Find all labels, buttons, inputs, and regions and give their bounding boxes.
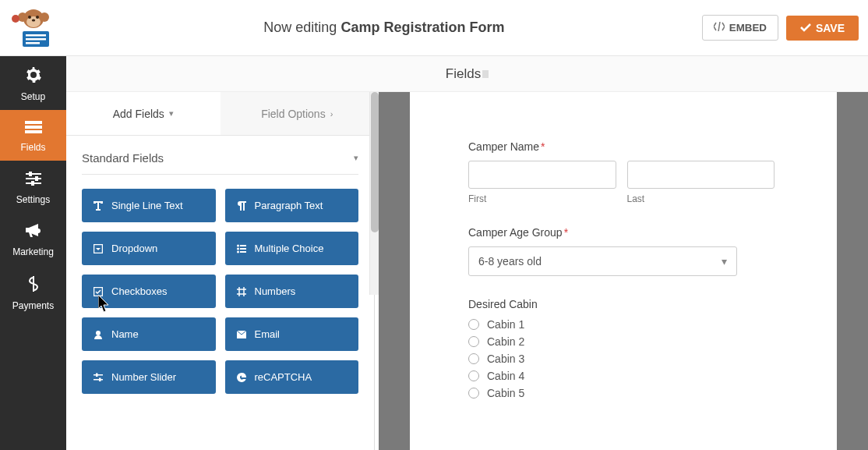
fields-strip-marker <box>482 70 489 78</box>
gear-icon <box>26 67 41 87</box>
sidenav-item-setup[interactable]: Setup <box>0 56 66 110</box>
svg-rect-34 <box>99 377 101 381</box>
embed-button[interactable]: EMBED <box>702 15 778 41</box>
field-checkboxes[interactable]: Checkboxes <box>82 275 216 308</box>
code-icon <box>714 22 725 34</box>
svg-rect-20 <box>31 181 34 186</box>
embed-label: EMBED <box>729 22 767 34</box>
sidenav-item-settings[interactable]: Settings <box>0 161 66 213</box>
field-paragraph-text[interactable]: Paragraph Text <box>225 189 359 222</box>
chevron-down-icon: ▾ <box>169 108 174 119</box>
svg-rect-12 <box>25 121 42 124</box>
field-number-slider[interactable]: Number Slider <box>82 360 216 394</box>
sliders-icon <box>26 172 41 190</box>
sliders-icon <box>93 373 104 382</box>
list-icon <box>25 121 42 137</box>
field-grid: Single Line Text Paragraph Text Dropdown… <box>82 189 358 394</box>
svg-rect-33 <box>94 379 103 381</box>
hash-icon <box>236 287 247 296</box>
sidenav-item-fields[interactable]: Fields <box>0 110 66 161</box>
sidenav-item-payments[interactable]: Payments <box>0 265 66 319</box>
wpforms-logo-icon <box>12 8 55 48</box>
svg-rect-11 <box>26 42 40 44</box>
svg-point-1 <box>18 12 27 22</box>
envelope-icon <box>236 331 247 338</box>
chevron-down-icon: ▾ <box>354 153 358 163</box>
cabin-option[interactable]: Cabin 3 <box>468 353 774 365</box>
form-name: Camp Registration Form <box>340 19 504 35</box>
desired-cabin-field[interactable]: Desired Cabin Cabin 1 Cabin 2 Cabin 3 Ca… <box>468 298 774 399</box>
svg-rect-16 <box>29 172 32 176</box>
sidenav-item-label: Fields <box>20 142 45 153</box>
field-recaptcha[interactable]: reCAPTCHA <box>225 360 359 394</box>
svg-rect-9 <box>26 34 46 37</box>
text-icon <box>93 201 104 211</box>
svg-point-29 <box>96 331 101 335</box>
scrollbar-track[interactable] <box>369 92 379 295</box>
required-marker: * <box>541 140 545 153</box>
camper-age-group-field[interactable]: Camper Age Group* 6-8 years old ▾ <box>468 226 774 276</box>
field-label: Dropdown <box>111 243 157 254</box>
svg-rect-14 <box>25 130 42 133</box>
field-label: Checkboxes <box>111 285 168 297</box>
cabin-option[interactable]: Cabin 5 <box>468 387 774 399</box>
tab-label: Add Fields <box>113 108 164 120</box>
last-name-input[interactable] <box>627 161 775 189</box>
svg-rect-15 <box>26 173 41 175</box>
field-email[interactable]: Email <box>225 317 359 351</box>
fields-palette-panel: Add Fields ▾ Field Options › Standard Fi… <box>66 92 375 450</box>
field-multiple-choice[interactable]: Multiple Choice <box>225 232 359 265</box>
list-ul-icon <box>236 244 247 253</box>
user-icon <box>93 330 104 339</box>
svg-point-22 <box>237 244 239 246</box>
radio-icon <box>468 388 479 399</box>
field-label: Single Line Text <box>111 200 183 211</box>
fields-strip-label: Fields <box>446 66 481 82</box>
field-dropdown[interactable]: Dropdown <box>82 232 216 265</box>
section-title-row[interactable]: Standard Fields ▾ <box>82 151 358 175</box>
svg-rect-17 <box>26 178 41 179</box>
chevron-right-icon: › <box>330 109 333 119</box>
form-preview-wrap: Camper Name* First Last Camper Age Group… <box>379 92 868 450</box>
check-icon <box>800 22 811 34</box>
svg-point-7 <box>12 15 19 23</box>
svg-point-2 <box>40 12 49 22</box>
first-name-input[interactable] <box>468 161 616 189</box>
cabin-option[interactable]: Cabin 1 <box>468 318 774 331</box>
sidenav-item-label: Setup <box>21 91 45 102</box>
field-single-line-text[interactable]: Single Line Text <box>82 189 216 222</box>
google-icon <box>236 373 247 382</box>
top-bar: Now editing Camp Registration Form EMBED… <box>0 0 868 56</box>
checkbox-icon <box>93 287 104 296</box>
sidenav-item-label: Settings <box>16 194 50 205</box>
svg-point-4 <box>28 16 31 19</box>
first-sublabel: First <box>468 193 616 204</box>
cabin-option[interactable]: Cabin 4 <box>468 370 774 382</box>
field-label: reCAPTCHA <box>255 371 312 383</box>
field-label: Multiple Choice <box>255 243 324 254</box>
tab-field-options[interactable]: Field Options › <box>221 92 375 135</box>
svg-rect-10 <box>26 38 46 41</box>
radio-icon <box>468 353 479 364</box>
sidenav-item-marketing[interactable]: Marketing <box>0 213 66 265</box>
age-group-select[interactable]: 6-8 years old ▾ <box>468 246 737 276</box>
cabin-option[interactable]: Cabin 2 <box>468 335 774 348</box>
field-numbers[interactable]: Numbers <box>225 275 359 308</box>
radio-icon <box>468 319 479 330</box>
fields-header-strip: Fields <box>66 56 868 92</box>
scrollbar-thumb[interactable] <box>371 92 379 232</box>
camper-name-field[interactable]: Camper Name* First Last <box>468 140 774 204</box>
save-label: SAVE <box>816 22 845 34</box>
tab-add-fields[interactable]: Add Fields ▾ <box>66 92 221 135</box>
field-label: Number Slider <box>111 371 176 383</box>
save-button[interactable]: SAVE <box>786 16 859 41</box>
svg-rect-27 <box>240 251 246 253</box>
form-preview-card: Camper Name* First Last Camper Age Group… <box>410 92 837 450</box>
last-sublabel: Last <box>627 193 775 204</box>
dollar-icon <box>29 276 38 296</box>
svg-rect-23 <box>240 245 246 246</box>
svg-point-24 <box>237 247 239 250</box>
section-title: Standard Fields <box>82 151 164 165</box>
field-name[interactable]: Name <box>82 317 216 351</box>
field-label: Email <box>255 328 281 340</box>
